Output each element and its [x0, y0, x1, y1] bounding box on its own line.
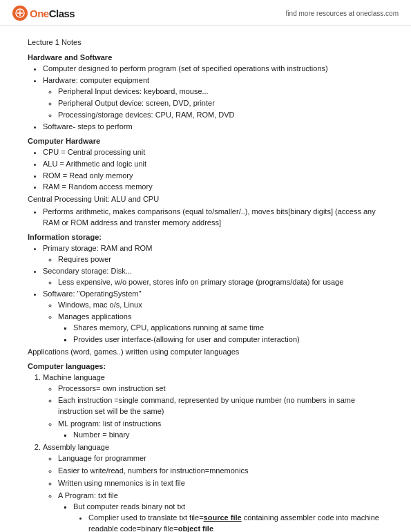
lecture-title: Lecture 1 Notes [28, 38, 383, 46]
section-computer-hardware: Computer Hardware [28, 137, 383, 145]
list-item: CPU = Central processing unit [43, 147, 383, 158]
applications-para: Applications (word, games..) written usi… [28, 347, 383, 358]
list-item: Assembly language Language for programme… [43, 442, 383, 532]
list-item: Processors= own instruction set [58, 383, 383, 395]
list-item: Hardware: computer equipment Peripheral … [43, 75, 383, 121]
logo: OneClass [12, 6, 75, 21]
os-sub: Windows, mac o/s, Linux Manages applicat… [43, 300, 383, 345]
list-item: Shares memory, CPU, applications running… [73, 323, 383, 334]
list-item: RAM = Random access memory [43, 182, 383, 193]
information-storage-list: Primary storage: RAM and ROM Requires po… [28, 243, 383, 345]
list-item: Provides user interface-(allowing for us… [73, 334, 383, 345]
list-item: Processing/storage devices: CPU, RAM, RO… [58, 110, 383, 121]
list-item: Language for programmer [58, 453, 383, 464]
list-item: Manages applications Shares memory, CPU,… [58, 312, 383, 345]
list-item: Software: "OperatingSystem" Windows, mac… [43, 289, 383, 345]
program-sub: But computer reads binary not txt Compli… [58, 502, 383, 532]
secondary-storage-sub: Less expensive, w/o power, stores info o… [43, 277, 383, 288]
section-computer-languages: Computer languages: [28, 362, 383, 370]
machine-language-sub: Processors= own instruction set Each ins… [43, 383, 383, 441]
list-item: Requires power [58, 254, 383, 265]
list-item: Number = binary [73, 430, 383, 441]
computer-hardware-list: CPU = Central processing unit ALU = Arit… [28, 147, 383, 193]
list-item: A Program: txt file But computer reads b… [58, 491, 383, 532]
list-item: Software- steps to perform [43, 122, 383, 133]
main-content: Lecture 1 Notes Hardware and Software Co… [0, 26, 411, 532]
hardware-sub-list: Peripheral Input devices: keyboard, mous… [43, 86, 383, 121]
list-item: Easier to write/read, numbers for instru… [58, 466, 383, 477]
list-item: Computer designed to perform program (se… [43, 64, 383, 75]
header: OneClass find more resources at oneclass… [0, 0, 411, 26]
manages-sub: Shares memory, CPU, applications running… [58, 323, 383, 345]
section-hardware-software: Hardware and Software [28, 53, 383, 61]
list-item: Primary storage: RAM and ROM Requires po… [43, 243, 383, 265]
header-tagline: find more resources at oneclass.com [286, 10, 399, 17]
list-item: But computer reads binary not txt Compli… [73, 502, 383, 532]
list-item: Peripheral Output device: screen, DVD, p… [58, 98, 383, 109]
list-item: Performs arithmetic, makes comparisons (… [43, 207, 383, 229]
assembly-language-sub: Language for programmer Easier to write/… [43, 453, 383, 532]
central-processing-label: Central Processing Unit: ALU and CPU [28, 194, 383, 205]
list-item: Written using mnemonics is in text file [58, 478, 383, 489]
computer-languages-list: Machine language Processors= own instruc… [28, 372, 383, 532]
list-item: Complier used to translate txt file=sour… [88, 513, 383, 532]
list-item: Peripheral Input devices: keyboard, mous… [58, 86, 383, 97]
list-item: ALU = Arithmetic and logic unit [43, 159, 383, 170]
list-item: Machine language Processors= own instruc… [43, 372, 383, 441]
logo-text: OneClass [30, 8, 75, 19]
ml-sub: Number = binary [58, 430, 383, 441]
hardware-software-list: Computer designed to perform program (se… [28, 64, 383, 133]
list-item: ML program: list of instructions Number … [58, 419, 383, 441]
list-item: Each instruction =single command, repres… [58, 395, 383, 417]
list-item: ROM = Read only memory [43, 171, 383, 182]
list-item: Secondary storage: Disk... Less expensiv… [43, 266, 383, 288]
list-item: Windows, mac o/s, Linux [58, 300, 383, 311]
list-item: Less expensive, w/o power, stores info o… [58, 277, 383, 288]
binary-sub: Complier used to translate txt file=sour… [73, 513, 383, 532]
primary-storage-sub: Requires power [43, 254, 383, 265]
logo-icon [12, 6, 28, 21]
section-information-storage: Information storage: [28, 233, 383, 241]
central-processing-list: Performs arithmetic, makes comparisons (… [28, 207, 383, 229]
